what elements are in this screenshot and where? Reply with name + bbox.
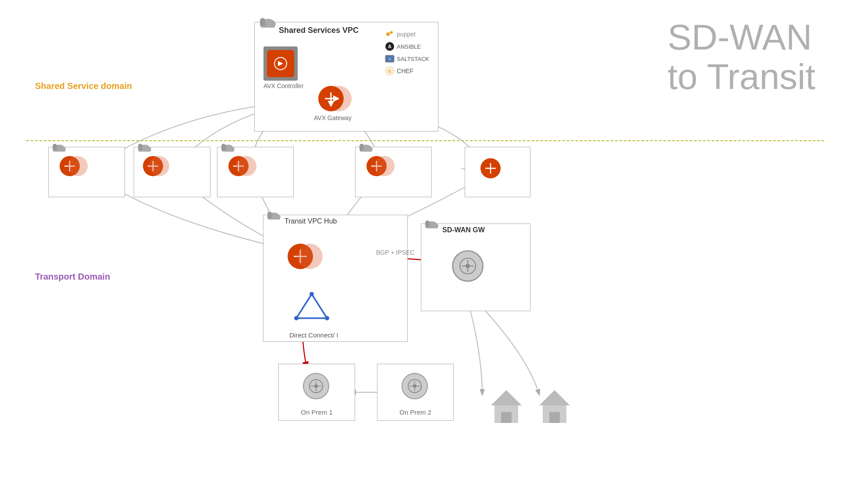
- svg-point-7: [390, 31, 393, 34]
- svg-line-8: [389, 33, 391, 33]
- house-2: [535, 386, 574, 425]
- sdwan-router: [452, 250, 484, 282]
- house-1: [487, 386, 526, 425]
- svg-marker-85: [539, 390, 570, 405]
- shared-services-title: Shared Services VPC: [279, 26, 359, 35]
- svg-marker-82: [491, 390, 522, 405]
- shared-domain-label: Shared Service domain: [35, 81, 132, 91]
- spoke-vpc-3: [217, 147, 294, 197]
- svg-point-77: [314, 384, 318, 388]
- bgp-triangle: [292, 292, 331, 324]
- cloud-icon-shared: [259, 14, 277, 28]
- onprem2-router-symbol: [406, 378, 423, 394]
- cloud-icon-transit: [267, 209, 281, 220]
- controller-symbol: [272, 55, 289, 72]
- chef-icon: C: [384, 66, 395, 76]
- svg-point-23: [53, 144, 57, 148]
- avx-gw-arrows: [323, 91, 339, 106]
- svg-marker-60: [296, 294, 327, 318]
- svg-text:C: C: [388, 69, 391, 74]
- svg-point-63: [325, 316, 329, 320]
- cloud-icon-spoke4: [359, 141, 373, 153]
- svg-point-62: [294, 316, 299, 320]
- svg-point-5: [260, 18, 265, 23]
- spoke-vpc-2: [134, 147, 210, 197]
- spoke-vpc-5: [465, 147, 530, 197]
- tool-logos: puppet A ANSIBLE S SALTSTACK C CHEF: [384, 29, 429, 76]
- sdwan-gw-box: SD-WAN GW: [421, 224, 530, 311]
- svg-point-81: [413, 384, 416, 388]
- router-symbol: [458, 256, 477, 276]
- ansible-label: ANSIBLE: [397, 43, 421, 50]
- cloud-icon-spoke3: [221, 141, 235, 153]
- on-prem-2-router: [402, 373, 428, 399]
- on-prem-1-router: [303, 373, 329, 399]
- bgp-ipsec-label: BGP + IPSEC: [376, 249, 414, 256]
- svg-point-57: [267, 212, 272, 216]
- puppet-icon: [384, 29, 395, 39]
- shared-services-vpc: Shared Services VPC puppet A ANSIBLE S: [254, 22, 438, 131]
- svg-rect-87: [549, 412, 560, 423]
- on-prem-1-box: On Prem 1: [278, 364, 355, 421]
- saltstack-label: SALTSTACK: [397, 56, 429, 62]
- on-prem-2-label: On Prem 2: [377, 408, 453, 416]
- cloud-icon-spoke1: [52, 141, 66, 153]
- svg-text:A: A: [388, 44, 391, 49]
- sdwan-gw-title: SD-WAN GW: [442, 226, 485, 234]
- avx-gateway-label: AVX Gateway: [314, 114, 352, 121]
- puppet-label: puppet: [397, 31, 416, 38]
- svg-point-31: [138, 144, 142, 148]
- onprem1-router-symbol: [308, 378, 324, 394]
- on-prem-1-label: On Prem 1: [279, 408, 355, 416]
- svg-point-39: [221, 144, 226, 148]
- svg-point-73: [466, 264, 470, 268]
- cloud-icon-sdwan: [425, 218, 439, 229]
- bgp-triangle-icon: [292, 292, 331, 323]
- transport-domain-label: Transport Domain: [35, 272, 110, 282]
- avx-controller-label: AVX Controller: [263, 82, 304, 89]
- svg-point-47: [359, 144, 364, 148]
- saltstack-icon: S: [384, 53, 395, 64]
- transit-vpc-hub: Transit VPC Hub: [263, 215, 408, 342]
- transit-hub-title: Transit VPC Hub: [285, 217, 337, 225]
- svg-point-69: [425, 220, 430, 225]
- svg-rect-84: [501, 412, 512, 423]
- ansible-icon: A: [384, 41, 395, 52]
- spoke-vpc-4: [355, 147, 432, 197]
- svg-point-61: [309, 292, 314, 296]
- svg-text:S: S: [389, 57, 391, 60]
- spoke-vpc-1: [48, 147, 125, 197]
- page-title: SD-WAN to Transit: [668, 18, 815, 96]
- chef-label: CHEF: [397, 67, 413, 75]
- on-prem-2-box: On Prem 2: [377, 364, 454, 421]
- cloud-icon-spoke2: [138, 141, 152, 153]
- avx-controller-group: AVX Controller: [263, 46, 304, 88]
- direct-connect-label: Direct Connect/ I: [289, 331, 338, 339]
